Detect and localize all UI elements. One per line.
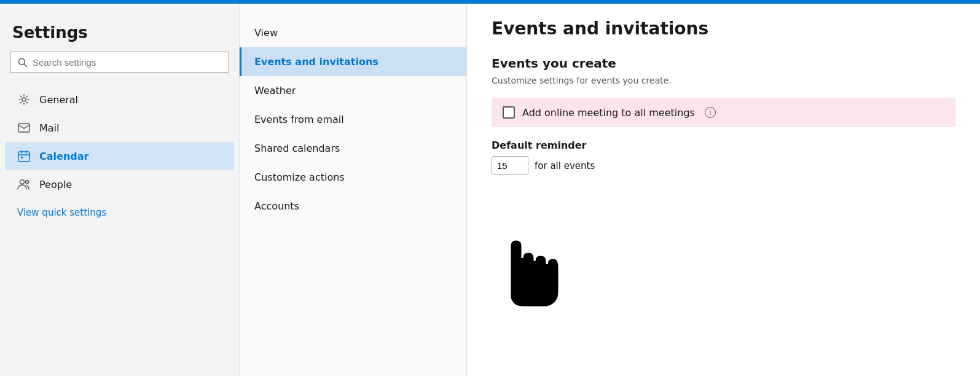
mail-icon [17, 121, 31, 135]
svg-point-9 [20, 180, 25, 184]
add-online-meeting-checkbox[interactable] [503, 106, 515, 119]
svg-point-2 [22, 98, 26, 101]
people-icon [17, 178, 31, 191]
mid-nav-view[interactable]: View [240, 18, 466, 47]
main-content: Events and invitations Events you create… [467, 0, 980, 376]
svg-line-1 [25, 64, 27, 66]
svg-rect-4 [18, 152, 29, 162]
sidebar-mid: View Events and invitations Weather Even… [240, 0, 467, 376]
mid-nav-customize-actions[interactable]: Customize actions [240, 163, 466, 192]
quick-settings-link[interactable]: View quick settings [5, 201, 234, 224]
sidebar-item-people-label: People [39, 179, 72, 190]
search-input[interactable] [33, 57, 221, 68]
mid-nav-shared-calendars[interactable]: Shared calendars [240, 134, 466, 163]
gear-icon [17, 93, 31, 106]
reminder-input[interactable] [492, 156, 528, 175]
sidebar-item-mail[interactable]: Mail [5, 114, 234, 142]
reminder-row: for all events [492, 156, 955, 175]
top-bar [0, 0, 980, 4]
mid-nav-events-invitations[interactable]: Events and invitations [240, 47, 466, 76]
reminder-label-text: D [492, 139, 500, 151]
reminder-section: Default reminder for all events [492, 139, 955, 175]
section-desc: Customize settings for events you create… [492, 76, 955, 85]
sidebar-item-general-label: General [39, 94, 78, 106]
search-icon [18, 58, 28, 68]
section-title: Events you create [492, 56, 955, 71]
sidebar-item-people[interactable]: People [5, 170, 234, 198]
add-online-meeting-row: Add online meeting to all meetings i [492, 98, 955, 127]
sidebar-item-general[interactable]: General [5, 85, 234, 114]
info-icon[interactable]: i [705, 107, 716, 118]
sidebar-left: Settings General Mail [0, 4, 240, 376]
search-box[interactable] [10, 52, 229, 73]
sidebar-item-mail-label: Mail [39, 122, 60, 134]
page-title: Events and invitations [492, 18, 955, 39]
sidebar-title: Settings [0, 18, 239, 52]
add-online-meeting-label: Add online meeting to all meetings [522, 107, 695, 119]
sidebar-item-calendar[interactable]: Calendar [5, 142, 234, 170]
mid-nav-events-from-email[interactable]: Events from email [240, 105, 466, 134]
reminder-label-rest: efault reminder [500, 139, 586, 151]
reminder-label: Default reminder [492, 139, 955, 151]
svg-rect-3 [18, 123, 29, 132]
mid-nav-accounts[interactable]: Accounts [240, 192, 466, 221]
svg-rect-8 [21, 157, 23, 159]
svg-point-10 [26, 181, 29, 184]
sidebar-item-calendar-label: Calendar [39, 151, 88, 162]
mid-nav-weather[interactable]: Weather [240, 76, 466, 105]
calendar-icon [17, 149, 31, 163]
reminder-suffix: for all events [535, 160, 595, 171]
